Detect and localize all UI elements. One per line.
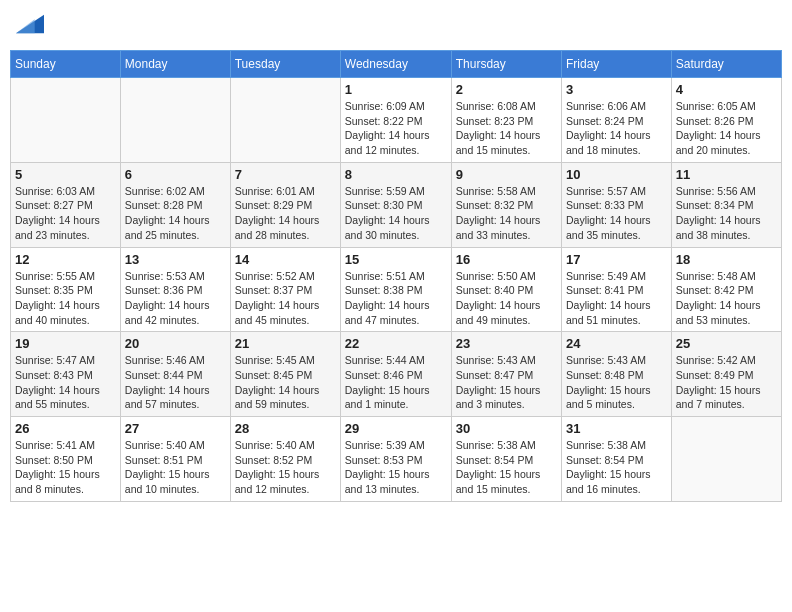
calendar-week-row: 19Sunrise: 5:47 AM Sunset: 8:43 PM Dayli…: [11, 332, 782, 417]
day-number: 13: [125, 252, 226, 267]
day-info: Sunrise: 5:38 AM Sunset: 8:54 PM Dayligh…: [456, 438, 557, 497]
day-number: 28: [235, 421, 336, 436]
calendar-cell: 9Sunrise: 5:58 AM Sunset: 8:32 PM Daylig…: [451, 162, 561, 247]
weekday-header: Sunday: [11, 51, 121, 78]
day-number: 7: [235, 167, 336, 182]
calendar-cell: 23Sunrise: 5:43 AM Sunset: 8:47 PM Dayli…: [451, 332, 561, 417]
calendar-cell: 15Sunrise: 5:51 AM Sunset: 8:38 PM Dayli…: [340, 247, 451, 332]
day-info: Sunrise: 5:50 AM Sunset: 8:40 PM Dayligh…: [456, 269, 557, 328]
day-info: Sunrise: 5:38 AM Sunset: 8:54 PM Dayligh…: [566, 438, 667, 497]
calendar-cell: 7Sunrise: 6:01 AM Sunset: 8:29 PM Daylig…: [230, 162, 340, 247]
logo-icon: [16, 10, 44, 38]
logo: [14, 10, 44, 42]
day-info: Sunrise: 6:03 AM Sunset: 8:27 PM Dayligh…: [15, 184, 116, 243]
calendar-cell: 26Sunrise: 5:41 AM Sunset: 8:50 PM Dayli…: [11, 417, 121, 502]
calendar-cell: 1Sunrise: 6:09 AM Sunset: 8:22 PM Daylig…: [340, 78, 451, 163]
day-number: 23: [456, 336, 557, 351]
calendar-week-row: 12Sunrise: 5:55 AM Sunset: 8:35 PM Dayli…: [11, 247, 782, 332]
calendar-cell: [671, 417, 781, 502]
day-info: Sunrise: 6:08 AM Sunset: 8:23 PM Dayligh…: [456, 99, 557, 158]
day-number: 26: [15, 421, 116, 436]
day-number: 14: [235, 252, 336, 267]
calendar-cell: 30Sunrise: 5:38 AM Sunset: 8:54 PM Dayli…: [451, 417, 561, 502]
calendar-cell: 12Sunrise: 5:55 AM Sunset: 8:35 PM Dayli…: [11, 247, 121, 332]
day-number: 16: [456, 252, 557, 267]
day-number: 15: [345, 252, 447, 267]
day-number: 1: [345, 82, 447, 97]
day-number: 24: [566, 336, 667, 351]
day-info: Sunrise: 5:42 AM Sunset: 8:49 PM Dayligh…: [676, 353, 777, 412]
day-info: Sunrise: 5:46 AM Sunset: 8:44 PM Dayligh…: [125, 353, 226, 412]
day-number: 6: [125, 167, 226, 182]
day-info: Sunrise: 6:09 AM Sunset: 8:22 PM Dayligh…: [345, 99, 447, 158]
day-info: Sunrise: 6:05 AM Sunset: 8:26 PM Dayligh…: [676, 99, 777, 158]
calendar-cell: 13Sunrise: 5:53 AM Sunset: 8:36 PM Dayli…: [120, 247, 230, 332]
day-number: 9: [456, 167, 557, 182]
day-number: 21: [235, 336, 336, 351]
calendar-cell: 2Sunrise: 6:08 AM Sunset: 8:23 PM Daylig…: [451, 78, 561, 163]
weekday-header-row: SundayMondayTuesdayWednesdayThursdayFrid…: [11, 51, 782, 78]
weekday-header: Saturday: [671, 51, 781, 78]
weekday-header: Thursday: [451, 51, 561, 78]
calendar-cell: 31Sunrise: 5:38 AM Sunset: 8:54 PM Dayli…: [561, 417, 671, 502]
weekday-header: Wednesday: [340, 51, 451, 78]
calendar-week-row: 5Sunrise: 6:03 AM Sunset: 8:27 PM Daylig…: [11, 162, 782, 247]
calendar-cell: 20Sunrise: 5:46 AM Sunset: 8:44 PM Dayli…: [120, 332, 230, 417]
day-number: 18: [676, 252, 777, 267]
day-info: Sunrise: 5:40 AM Sunset: 8:52 PM Dayligh…: [235, 438, 336, 497]
day-info: Sunrise: 6:06 AM Sunset: 8:24 PM Dayligh…: [566, 99, 667, 158]
day-info: Sunrise: 5:49 AM Sunset: 8:41 PM Dayligh…: [566, 269, 667, 328]
calendar-cell: 8Sunrise: 5:59 AM Sunset: 8:30 PM Daylig…: [340, 162, 451, 247]
day-number: 4: [676, 82, 777, 97]
day-info: Sunrise: 5:59 AM Sunset: 8:30 PM Dayligh…: [345, 184, 447, 243]
day-number: 3: [566, 82, 667, 97]
day-info: Sunrise: 5:47 AM Sunset: 8:43 PM Dayligh…: [15, 353, 116, 412]
day-info: Sunrise: 5:51 AM Sunset: 8:38 PM Dayligh…: [345, 269, 447, 328]
day-info: Sunrise: 5:41 AM Sunset: 8:50 PM Dayligh…: [15, 438, 116, 497]
calendar-cell: [120, 78, 230, 163]
day-number: 19: [15, 336, 116, 351]
calendar-cell: 21Sunrise: 5:45 AM Sunset: 8:45 PM Dayli…: [230, 332, 340, 417]
calendar-cell: 22Sunrise: 5:44 AM Sunset: 8:46 PM Dayli…: [340, 332, 451, 417]
day-number: 27: [125, 421, 226, 436]
calendar-cell: 18Sunrise: 5:48 AM Sunset: 8:42 PM Dayli…: [671, 247, 781, 332]
day-number: 30: [456, 421, 557, 436]
calendar-cell: 28Sunrise: 5:40 AM Sunset: 8:52 PM Dayli…: [230, 417, 340, 502]
day-number: 29: [345, 421, 447, 436]
calendar-cell: [11, 78, 121, 163]
calendar-cell: 10Sunrise: 5:57 AM Sunset: 8:33 PM Dayli…: [561, 162, 671, 247]
day-number: 10: [566, 167, 667, 182]
day-info: Sunrise: 5:53 AM Sunset: 8:36 PM Dayligh…: [125, 269, 226, 328]
calendar-cell: [230, 78, 340, 163]
calendar-cell: 6Sunrise: 6:02 AM Sunset: 8:28 PM Daylig…: [120, 162, 230, 247]
day-info: Sunrise: 5:39 AM Sunset: 8:53 PM Dayligh…: [345, 438, 447, 497]
day-number: 17: [566, 252, 667, 267]
calendar-cell: 14Sunrise: 5:52 AM Sunset: 8:37 PM Dayli…: [230, 247, 340, 332]
calendar-cell: 3Sunrise: 6:06 AM Sunset: 8:24 PM Daylig…: [561, 78, 671, 163]
day-number: 11: [676, 167, 777, 182]
day-info: Sunrise: 5:55 AM Sunset: 8:35 PM Dayligh…: [15, 269, 116, 328]
weekday-header: Monday: [120, 51, 230, 78]
svg-marker-1: [16, 19, 35, 33]
day-number: 5: [15, 167, 116, 182]
calendar-cell: 4Sunrise: 6:05 AM Sunset: 8:26 PM Daylig…: [671, 78, 781, 163]
day-number: 22: [345, 336, 447, 351]
calendar-table: SundayMondayTuesdayWednesdayThursdayFrid…: [10, 50, 782, 502]
day-number: 25: [676, 336, 777, 351]
day-number: 2: [456, 82, 557, 97]
day-number: 20: [125, 336, 226, 351]
day-info: Sunrise: 5:52 AM Sunset: 8:37 PM Dayligh…: [235, 269, 336, 328]
calendar-cell: 5Sunrise: 6:03 AM Sunset: 8:27 PM Daylig…: [11, 162, 121, 247]
weekday-header: Tuesday: [230, 51, 340, 78]
calendar-cell: 16Sunrise: 5:50 AM Sunset: 8:40 PM Dayli…: [451, 247, 561, 332]
day-info: Sunrise: 5:57 AM Sunset: 8:33 PM Dayligh…: [566, 184, 667, 243]
calendar-cell: 17Sunrise: 5:49 AM Sunset: 8:41 PM Dayli…: [561, 247, 671, 332]
day-info: Sunrise: 6:02 AM Sunset: 8:28 PM Dayligh…: [125, 184, 226, 243]
calendar-cell: 11Sunrise: 5:56 AM Sunset: 8:34 PM Dayli…: [671, 162, 781, 247]
day-info: Sunrise: 5:45 AM Sunset: 8:45 PM Dayligh…: [235, 353, 336, 412]
day-info: Sunrise: 5:43 AM Sunset: 8:47 PM Dayligh…: [456, 353, 557, 412]
calendar-cell: 27Sunrise: 5:40 AM Sunset: 8:51 PM Dayli…: [120, 417, 230, 502]
day-number: 8: [345, 167, 447, 182]
day-info: Sunrise: 5:48 AM Sunset: 8:42 PM Dayligh…: [676, 269, 777, 328]
day-info: Sunrise: 5:43 AM Sunset: 8:48 PM Dayligh…: [566, 353, 667, 412]
